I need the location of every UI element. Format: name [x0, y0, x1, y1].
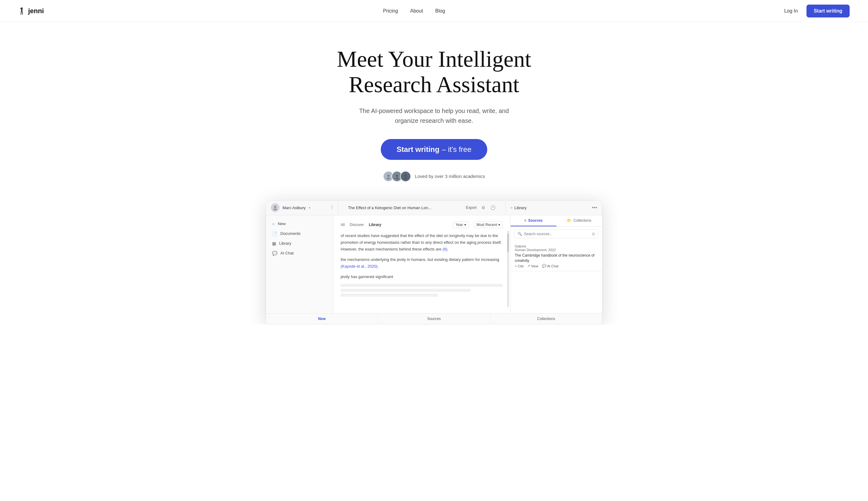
social-proof-text: Loved by over 3 million academics [415, 174, 485, 179]
view-button[interactable]: ↗ View [527, 264, 538, 268]
nav-about[interactable]: About [410, 8, 423, 14]
nav-links: Pricing About Blog [383, 8, 445, 14]
svg-point-2 [396, 174, 398, 177]
library-search-box[interactable]: 🔍 ⊟ [514, 230, 598, 238]
nav-cta-button[interactable]: Start writing [806, 4, 850, 18]
app-header: Marc Astbury ▾ 《 The Effect of a Ketogen… [266, 201, 602, 215]
bottom-nav-sources[interactable]: Sources [378, 313, 490, 324]
aichat-button[interactable]: 💬 AI Chat [542, 264, 558, 268]
source-item-1: Gabora Human Development, 2022 The Cambr… [510, 241, 602, 271]
app-preview: Marc Astbury ▾ 《 The Effect of a Ketogen… [266, 200, 602, 324]
nav-blog[interactable]: Blog [435, 8, 445, 14]
svg-point-7 [273, 209, 277, 210]
sidebar-item-documents[interactable]: 📄 Documents [266, 229, 333, 238]
svg-point-5 [404, 178, 408, 180]
navbar: jenni Pricing About Blog Log In Start wr… [0, 0, 868, 22]
svg-point-4 [404, 174, 407, 177]
aichat-source-icon: 💬 [542, 264, 546, 268]
cite-button[interactable]: + Cite [515, 264, 524, 268]
search-input[interactable] [524, 232, 590, 236]
app-user-name: Marc Astbury [282, 205, 306, 210]
app-sidebar-header: Marc Astbury ▾ 《 [271, 201, 338, 215]
logo-link[interactable]: jenni [18, 7, 44, 15]
nav-right: Log In Start writing [784, 4, 850, 18]
view-icon: ↗ [527, 264, 530, 268]
svg-point-3 [395, 178, 399, 180]
editor-text-1: of recent studies have suggested that th… [341, 232, 503, 253]
year-label: Year [455, 223, 463, 227]
export-button[interactable]: Export [466, 205, 477, 210]
recent-chevron: ▾ [498, 223, 500, 227]
hero-cta-suffix: – it's free [442, 145, 471, 154]
filter-library[interactable]: Library [369, 222, 381, 228]
hero-subtitle: The AI-powered workspace to help you rea… [348, 106, 520, 126]
filter-discover[interactable]: Discover [349, 222, 364, 228]
cite-icon: + [515, 264, 517, 268]
sidebar-item-aichat[interactable]: 💬 AI Chat [266, 248, 333, 258]
library-title: Library [514, 205, 527, 210]
editor-citation-1: (Kayode et al., 2020). [341, 264, 379, 269]
svg-point-1 [387, 178, 390, 180]
app-library-header: » Library ••• [505, 201, 597, 215]
tab-collections[interactable]: 📁 Collections [556, 215, 602, 226]
collections-tab-icon: 📁 [567, 218, 572, 223]
social-proof: Loved by over 3 million academics [383, 171, 485, 182]
svg-point-0 [387, 174, 390, 177]
search-icon: 🔍 [518, 232, 522, 236]
sidebar-collapse-button[interactable]: 《 [329, 205, 333, 210]
app-sidebar: ○ New 📄 Documents ▦ Library 💬 AI Chat [266, 215, 333, 313]
library-expand-icon: » [510, 205, 513, 210]
scrollbar[interactable] [507, 231, 509, 307]
editor-text-2: the mechanisms underlying the jevity in … [341, 256, 503, 270]
editor-placeholder-3 [341, 294, 438, 297]
chevron-down-icon: ▾ [309, 206, 310, 210]
bottom-sources-label: Sources [427, 317, 441, 321]
svg-point-6 [274, 206, 276, 208]
doc-title: The Effect of a Ketogenic Diet on Human … [348, 205, 431, 210]
avatar-group [383, 171, 411, 182]
bottom-nav-new[interactable]: New [266, 313, 378, 324]
sidebar-item-new[interactable]: ○ New [266, 219, 333, 229]
app-bottom-nav: New Sources Collections [266, 313, 602, 324]
documents-icon: 📄 [272, 231, 277, 236]
editor-ref-1: (8). [443, 247, 449, 252]
settings-icon[interactable]: ⚙ [481, 205, 486, 210]
app-user-avatar [271, 203, 280, 212]
filter-icon[interactable]: ⊟ [592, 232, 595, 236]
filter-recent-select[interactable]: Most Recent ▾ [474, 221, 503, 228]
library-tabs: ≡ Sources 📁 Collections [510, 215, 602, 227]
scroll-thumb [507, 234, 509, 252]
sources-tab-label: Sources [528, 218, 543, 223]
app-doc-header: The Effect of a Ketogenic Diet on Human … [343, 205, 500, 210]
year-chevron: ▾ [464, 223, 466, 227]
editor-text-3: jevity has garnered significant [341, 274, 503, 280]
hero-cta-label: Start writing [397, 145, 440, 154]
app-body: ○ New 📄 Documents ▦ Library 💬 AI Chat [266, 215, 602, 313]
tab-sources[interactable]: ≡ Sources [510, 215, 556, 226]
bottom-nav-collections[interactable]: Collections [490, 313, 602, 324]
library-menu-icon[interactable]: ••• [592, 205, 597, 210]
logo-text: jenni [28, 7, 44, 15]
nav-pricing[interactable]: Pricing [383, 8, 398, 14]
sources-tab-icon: ≡ [524, 218, 527, 223]
avatar-3 [400, 171, 411, 182]
aichat-icon: 💬 [272, 251, 277, 256]
hero-cta-button[interactable]: Start writing – it's free [381, 139, 488, 160]
sidebar-documents-label: Documents [280, 231, 301, 236]
sidebar-item-library[interactable]: ▦ Library [266, 238, 333, 248]
editor-filter-bar: All Discover Library Year ▾ Most Recent … [341, 221, 503, 228]
new-icon: ○ [272, 221, 274, 226]
app-editor[interactable]: All Discover Library Year ▾ Most Recent … [333, 215, 510, 313]
hero-title: Meet Your Intelligent Research Assistant [337, 46, 531, 97]
source-title-1: The Cambridge handbook of the neuroscien… [515, 253, 598, 263]
filter-all[interactable]: All [341, 222, 345, 228]
login-link[interactable]: Log In [784, 8, 798, 14]
history-icon[interactable]: 🕐 [490, 205, 496, 210]
sidebar-new-label: New [278, 221, 285, 226]
editor-placeholder-2 [341, 289, 470, 292]
app-library-panel: ≡ Sources 📁 Collections 🔍 ⊟ Gabora [510, 215, 602, 313]
filter-year-select[interactable]: Year ▾ [453, 221, 469, 228]
app-preview-wrapper: Marc Astbury ▾ 《 The Effect of a Ketogen… [0, 194, 868, 324]
recent-label: Most Recent [477, 223, 497, 227]
sidebar-library-label: Library [279, 241, 291, 246]
